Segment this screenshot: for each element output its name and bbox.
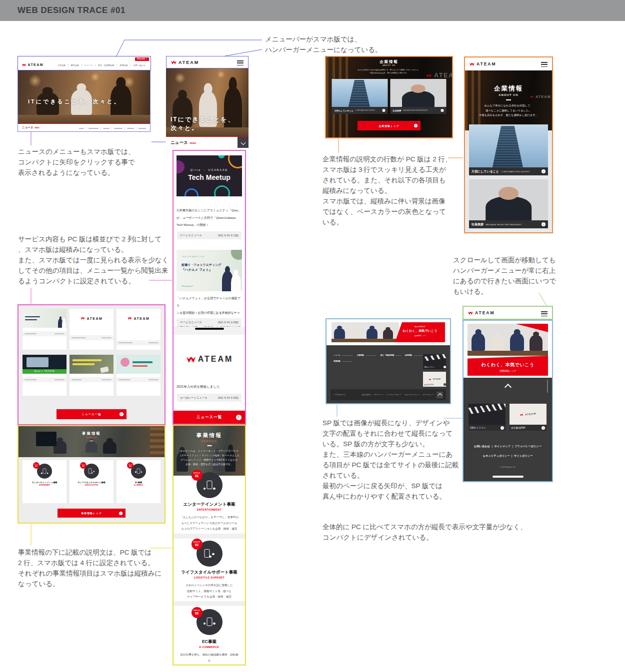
news-category[interactable]: コーポレートニュース — [180, 396, 208, 400]
footer-thumb-pdf[interactable]: ATEAM 会社案内PDF› — [423, 372, 446, 387]
news-category[interactable]: サービスニュース — [180, 321, 202, 324]
recruit-catch: わくわく、本気でいこう — [395, 329, 445, 333]
news-card-ceremony[interactable]: ATEAM 2021年入社式を開催しました コーポレートニュース 2021 年 … — [174, 335, 245, 410]
news-list-button[interactable]: ニュース一覧 › — [56, 409, 126, 419]
news-card[interactable] — [70, 355, 114, 396]
service-item-ec[interactable]: SERVICE03 EC事業 E-COMMERCE 自社在庫を持ち、独自の物流網… — [174, 606, 245, 665]
business-top-button[interactable]: 事業情報トップ › — [58, 509, 126, 518]
footer-thumb-pdf[interactable]: ATEAM 会社案内PDF › — [510, 404, 546, 431]
nav-ir[interactable]: 株主・投資家情報 — [96, 64, 117, 66]
news-card[interactable]: ATEAM — [116, 309, 160, 350]
ateam-logo[interactable]: ATEAM — [22, 63, 44, 67]
footer-link-sitemap[interactable]: サイトマップ — [374, 394, 383, 396]
news-category[interactable]: サービスニュース — [180, 234, 202, 237]
sp-business-title: 事業情報 — [174, 432, 245, 439]
business-card-lifestyle[interactable]: SERVICE02 ライフスタイルサポート事業 LIFESTYLE SUPPOR… — [70, 460, 114, 503]
footer-col-ir[interactable]: 株主・投資家情報 — [380, 354, 402, 356]
footer-bottom-bar: © 2021 Ateam Inc. お問い合わせ サイトマップ プライバシーポリ… — [330, 389, 446, 400]
news-category-tabs[interactable] — [79, 127, 146, 130]
footer-link-contact[interactable]: お問い合わせ — [362, 394, 371, 396]
scrollbar[interactable] — [547, 380, 548, 393]
page-title: WEB DESIGN TRACE #01 — [18, 0, 126, 21]
footer-link-privacy[interactable]: プライバシーポリシー — [386, 394, 402, 396]
pc-global-nav[interactable]: 企業情報 事業情報 ニュース 株主・投資家情報 採用情報 お問い合わせ — [55, 64, 148, 66]
footer-thumb-cm[interactable]: CMギャラリー› — [423, 354, 446, 369]
about-card-president[interactable]: 社長挨拶 MESSAGE FROM THE PRESIDENT › — [469, 179, 548, 228]
footer-link-sitepolicy[interactable]: サイトポリシー — [423, 394, 434, 396]
news-card-hanayume[interactable]: INFORMATION 前撮り・フォトウエディング 『ハナユメ フォト』 Han… — [174, 247, 245, 327]
news-card[interactable] — [116, 355, 160, 396]
annotation-service-layout: サービス内容も PC 版は横並びで 2 列に対して 、スマホ版は縦積みになってい… — [18, 234, 168, 286]
sp-footer-links-row2[interactable]: セキュリティポリシー ｜ サイトポリシー — [464, 454, 552, 458]
service-title-en: ENTERTAINMENT — [174, 508, 245, 511]
scroll-top-button[interactable] — [436, 392, 443, 398]
sp-business-intro: エイチームは、インターネット・スマートデバイス （スマートフォン・タブレット端末… — [175, 449, 244, 467]
footer-link-security[interactable]: セキュリティポリシー — [404, 394, 420, 396]
hamburger-menu-icon[interactable] — [541, 311, 548, 316]
news-meta: サービスニュース 2021 年 04 月 08日 — [177, 318, 242, 326]
news-thumb-qiita-toyota: Qiita × TOYOTA — [22, 355, 66, 374]
ateam-logo[interactable]: ATEAM — [170, 60, 199, 65]
recruit-link[interactable]: 採用情報トップ — [468, 370, 548, 372]
about-card-president[interactable]: 社長挨拶 MESSAGE FROM THE PRESIDENT › — [390, 79, 446, 114]
business-card-ec[interactable]: SERVICE03 EC事業 E-COMMERCE — [116, 460, 160, 503]
scroll-top-button[interactable] — [506, 383, 510, 392]
screenshot-sp-footer: わくわく、本気でいこう 採用情報トップ CMギャラリー › ATEAM 会社案内… — [462, 320, 553, 482]
building-image — [469, 124, 548, 167]
service-item-entertainment[interactable]: SERVICE01 エンターテインメント事業 ENTERTAINMENT 「人と… — [174, 476, 245, 534]
screenshot-sp-business: 事業情報 SERVICE エイチームは、インターネット・スマートデバイス （スマ… — [172, 425, 246, 666]
english-button[interactable]: ENGLISH▾ — [135, 57, 149, 61]
service-item-lifestyle[interactable]: SERVICE02 ライフスタイルサポート事業 LIFESTYLE SUPPOR… — [174, 539, 245, 601]
nav-corporate[interactable]: 企業情報 — [55, 64, 68, 66]
home-indicator — [492, 476, 524, 478]
footer-col-business[interactable]: 事業情報 — [334, 360, 340, 362]
about-card-philosophy[interactable]: 大切にしていること CORPORATE PHILOSOPHY › — [332, 79, 388, 114]
news-expand-button[interactable] — [238, 137, 248, 148]
news-label-en: NEWS — [190, 142, 196, 144]
about-card-philosophy[interactable]: 大切にしていること CORPORATE PHILOSOPHY › — [469, 124, 548, 175]
pc-about-title: 企業情報 — [326, 59, 452, 64]
copyright: © 2021 Ateam Inc. — [334, 394, 346, 396]
sp-about-title: 企業情報 — [465, 84, 552, 93]
recruit-banner[interactable]: Ateam RECRUIT わくわく、本気でいこう 採用情報トップ — [332, 322, 445, 342]
sp-about-intro: みんなで幸せになれる会社を目指して、 様々なことに挑戦してまいりました。 今後も… — [467, 103, 550, 118]
hamburger-menu-icon[interactable] — [237, 60, 244, 65]
footer-col-recruit[interactable]: 採用情報 — [405, 354, 424, 356]
news-label-en: NEWS — [34, 127, 39, 129]
nav-recruit[interactable]: 採用情報 — [117, 64, 130, 66]
sp-news-bar: ニュース NEWS — [166, 136, 248, 148]
news-meta: サービスニュース 2021 年 04 月 13日 — [177, 231, 242, 239]
hamburger-menu-icon[interactable] — [541, 62, 548, 67]
chevron-down-icon — [240, 140, 246, 145]
recruit-link[interactable]: 採用情報トップ — [395, 335, 445, 337]
hanayume-image: INFORMATION 前撮り・フォトウエディング 『ハナユメ フォト』 Han… — [176, 250, 242, 291]
recruit-red-panel: Ateam RECRUIT わくわく、本気でいこう 採用情報トップ — [395, 322, 445, 342]
news-card[interactable]: ATEAM — [70, 309, 114, 350]
chevron-up-icon — [438, 393, 442, 397]
ateam-mark-icon — [469, 62, 475, 66]
screenshot-sp-news-list: Qiita ・ UZABASE Tech Meetup 日本最大級のエンジニアコ… — [172, 150, 246, 425]
ateam-logo[interactable]: ATEAM — [469, 61, 496, 66]
footer-col-corporate[interactable]: 企業情報 — [357, 354, 376, 356]
news-list-button[interactable]: ニュース一覧 › — [174, 411, 245, 424]
pc-header: ATEAM ENGLISH▾ 企業情報 事業情報 ニュース 株主・投資家情報 採… — [18, 56, 151, 70]
business-card-entertainment[interactable]: SERVICE01 エンターテインメント事業 ENTERTAINMENT — [22, 460, 66, 503]
nav-contact[interactable]: お問い合わせ — [130, 64, 148, 66]
ateam-logo[interactable]: ATEAM — [468, 310, 495, 315]
nav-business[interactable]: 事業情報 — [68, 64, 82, 66]
qiita-toyota-bar: Qiita × TOYOTA — [22, 369, 66, 374]
pc-business-title: 事業情報 — [18, 431, 164, 436]
footer-col-news[interactable]: ニュース 事業情報 — [334, 354, 352, 362]
news-card[interactable]: Qiita × TOYOTA — [22, 355, 66, 396]
news-card-qiita[interactable]: Qiita ・ UZABASE Tech Meetup 日本最大級のエンジニアコ… — [174, 151, 245, 240]
nav-news[interactable]: ニュース — [82, 64, 96, 66]
about-top-button[interactable]: 企業情報トップ › — [358, 121, 420, 130]
hanayume-title1: 前撮り・フォトウエディング — [182, 263, 221, 267]
recruit-red-banner[interactable]: わくわく、本気でいこう 採用情報トップ — [468, 356, 548, 376]
sp-header: ATEAM — [465, 57, 552, 70]
scroll-indicator[interactable] — [195, 328, 224, 330]
footer-thumb-cm[interactable]: CMギャラリー › — [468, 404, 506, 431]
news-card[interactable] — [22, 309, 66, 350]
pc-about-intro: みんなで幸せになれる会社を目指して、様々なことに挑戦してまいりました。 今後も歩… — [326, 69, 452, 75]
sp-footer-links-row1[interactable]: お問い合わせ ｜ サイトマップ ｜ プライバシーポリシー — [464, 445, 552, 448]
